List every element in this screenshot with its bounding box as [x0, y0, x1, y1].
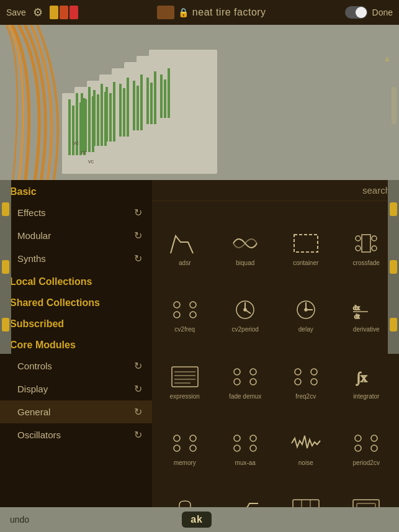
- delay-label: delay: [298, 326, 313, 333]
- vc-label-2: vc: [81, 149, 86, 155]
- refresh-icon-synths[interactable]: ↻: [134, 253, 142, 264]
- scroll-indicator: [392, 87, 397, 124]
- svg-rect-13: [105, 87, 108, 142]
- sidebar-item-modular[interactable]: Modular ↻: [0, 224, 152, 247]
- connector-3: [390, 318, 397, 331]
- sidebar-core-modules-header[interactable]: Core Modules: [0, 333, 152, 354]
- module-cv2freq[interactable]: cv2freq: [155, 270, 215, 336]
- module-freq2cv[interactable]: freq2cv: [276, 336, 336, 403]
- svg-rect-14: [109, 93, 112, 142]
- delay-icon: [289, 296, 323, 323]
- refresh-icon-oscillators[interactable]: ↻: [134, 429, 142, 441]
- biquad-label: biquad: [236, 259, 254, 266]
- canvas-area[interactable]: vc vc vc ▲: [0, 25, 399, 186]
- sidebar-item-effects[interactable]: Effects ↻: [0, 201, 152, 224]
- vc-label-3: vc: [88, 158, 94, 165]
- svg-point-45: [305, 309, 307, 311]
- svg-point-37: [190, 312, 196, 318]
- refresh-icon-controls[interactable]: ↻: [134, 360, 142, 372]
- memory-icon: [168, 430, 202, 457]
- svg-point-35: [174, 312, 180, 318]
- sidebar-item-oscillators[interactable]: Oscillators ↻: [0, 423, 152, 446]
- refresh-icon-modular[interactable]: ↻: [134, 230, 142, 241]
- adsr-icon: [168, 230, 202, 257]
- sidebar-item-general[interactable]: General ↻: [0, 400, 152, 423]
- expression-label: expression: [170, 393, 200, 400]
- svg-rect-33: [362, 235, 370, 252]
- green-bars: [62, 43, 230, 186]
- mux-aa-label: mux-aa: [235, 459, 256, 466]
- module-adsr[interactable]: adsr: [155, 204, 215, 270]
- toggle-switch[interactable]: [345, 6, 367, 19]
- cable-overlay: [0, 25, 74, 186]
- module-delay[interactable]: delay: [276, 270, 336, 336]
- module-period2cv[interactable]: period2cv: [336, 404, 397, 470]
- connector-1: [390, 202, 397, 216]
- svg-point-63: [174, 435, 180, 441]
- connector-2: [390, 260, 397, 274]
- svg-rect-26: [164, 79, 166, 118]
- svg-point-60: [311, 369, 317, 375]
- sidebar-shared-collections-header[interactable]: Shared Collections: [0, 291, 152, 312]
- memory-label: memory: [174, 459, 196, 466]
- svg-rect-19: [133, 81, 135, 130]
- noise-label: noise: [298, 459, 313, 466]
- svg-point-61: [311, 379, 317, 385]
- refresh-icon-display[interactable]: ↻: [134, 383, 142, 395]
- cv2freq-icon: [168, 296, 202, 323]
- sidebar-subscribed-header[interactable]: Subscribed: [0, 312, 152, 333]
- module-cv2period[interactable]: cv2period: [215, 270, 276, 336]
- scroll-up-arrow[interactable]: ▲: [383, 53, 392, 63]
- save-button[interactable]: Save: [6, 7, 26, 17]
- svg-rect-9: [93, 90, 96, 146]
- lock-icon[interactable]: 🔒: [178, 7, 189, 17]
- svg-point-72: [355, 445, 361, 451]
- sidebar: Basic Effects ↻ Modular ↻ Synths ↻ Local…: [0, 180, 152, 532]
- freq2cv-icon: [289, 363, 323, 390]
- left-connector-1: [2, 202, 9, 216]
- svg-point-41: [244, 309, 246, 311]
- svg-point-58: [295, 369, 301, 375]
- search-label[interactable]: search: [362, 185, 390, 196]
- period2cv-label: period2cv: [353, 459, 380, 466]
- module-container[interactable]: container: [276, 204, 336, 270]
- color-swatch[interactable]: [157, 6, 174, 19]
- module-mux-aa[interactable]: mux-aa: [215, 404, 276, 470]
- module-memory[interactable]: memory: [155, 404, 215, 470]
- gear-icon[interactable]: ⚙: [31, 6, 45, 19]
- sidebar-item-synths[interactable]: Synths ↻: [0, 247, 152, 270]
- module-noise[interactable]: noise: [276, 404, 336, 470]
- done-button[interactable]: Done: [372, 7, 393, 17]
- color-block-orange[interactable]: [60, 6, 68, 19]
- svg-text:dt: dt: [354, 312, 360, 320]
- undo-button[interactable]: undo: [10, 515, 29, 525]
- module-fade-demux[interactable]: fade demux: [215, 336, 276, 403]
- module-grid: adsr biquad container: [152, 201, 399, 532]
- svg-rect-28: [294, 235, 318, 252]
- color-block-yellow[interactable]: [50, 6, 58, 19]
- svg-point-34: [174, 302, 180, 308]
- integrator-label: integrator: [353, 393, 379, 400]
- sidebar-item-display[interactable]: Display ↻: [0, 377, 152, 400]
- refresh-icon-general[interactable]: ↻: [134, 406, 142, 418]
- module-expression[interactable]: expression: [155, 336, 215, 403]
- color-block-red[interactable]: [69, 6, 78, 19]
- refresh-icon-effects[interactable]: ↻: [134, 207, 142, 219]
- svg-point-73: [371, 435, 377, 441]
- main-content: search adsr: [152, 180, 399, 532]
- svg-point-54: [234, 369, 240, 375]
- search-bar: search: [152, 180, 399, 201]
- adsr-label: adsr: [179, 259, 191, 266]
- cv2period-label: cv2period: [232, 326, 259, 333]
- module-biquad[interactable]: biquad: [215, 204, 276, 270]
- svg-rect-11: [101, 84, 103, 146]
- svg-rect-15: [113, 82, 115, 142]
- svg-point-31: [356, 246, 361, 251]
- sidebar-basic-header[interactable]: Basic: [0, 180, 152, 201]
- svg-point-55: [234, 379, 240, 385]
- svg-point-69: [250, 435, 256, 441]
- sidebar-local-collections-header[interactable]: Local Collections: [0, 270, 152, 291]
- svg-text:∫x: ∫x: [356, 369, 367, 385]
- svg-point-70: [250, 445, 256, 451]
- sidebar-item-controls[interactable]: Controls ↻: [0, 354, 152, 377]
